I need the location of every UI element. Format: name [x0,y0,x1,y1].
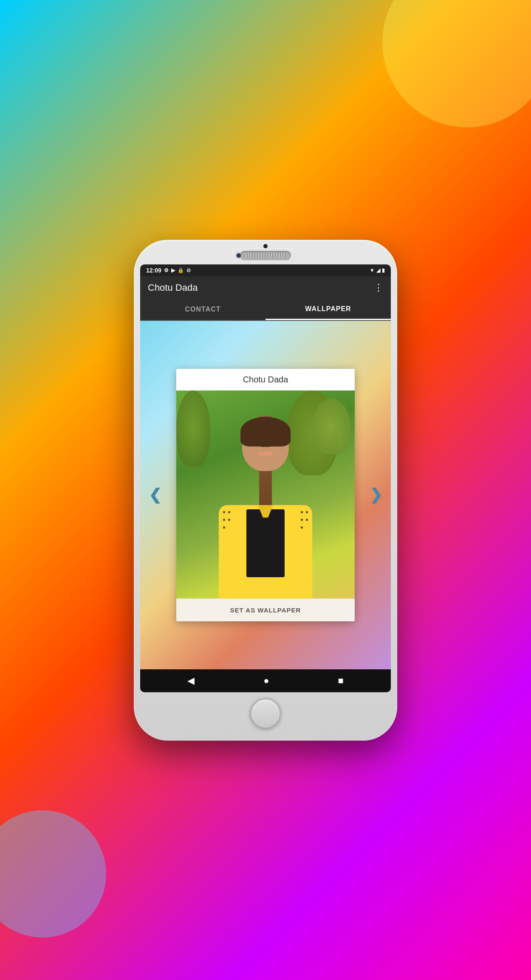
card-image: ★ ★★ ★★ ★ ★★ ★★ [176,390,355,598]
status-time: 12:09 [146,267,161,274]
status-bar: 12:09 ⚙ ▶ 🔒 ⊙ ▼ ◢ ▮ [140,264,391,276]
phone-screen: 12:09 ⚙ ▶ 🔒 ⊙ ▼ ◢ ▮ Chotu Dada ⋮ CONTACT [140,264,391,692]
settings-status-icon: ⚙ [164,267,169,273]
sync-status-icon: ⊙ [186,267,191,273]
speaker [240,251,291,260]
wallpaper-card: Chotu Dada [176,369,355,621]
home-button[interactable]: ● [263,675,269,686]
phone-top-bar [140,247,391,264]
app-bar: Chotu Dada ⋮ [140,276,391,299]
lock-status-icon: 🔒 [178,267,184,273]
person-illustration: ★ ★★ ★★ ★ ★★ ★★ [206,420,325,598]
tab-bar: CONTACT WALLPAPER [140,299,391,321]
next-arrow[interactable]: ❯ [370,486,382,504]
front-camera [236,253,242,258]
more-options-icon[interactable]: ⋮ [374,282,383,293]
back-button[interactable]: ◀ [187,675,195,686]
battery-icon: ▮ [382,267,385,273]
phone-frame: 12:09 ⚙ ▶ 🔒 ⊙ ▼ ◢ ▮ Chotu Dada ⋮ CONTACT [134,240,397,741]
signal-icon: ◢ [376,267,380,273]
bottom-nav-bar: ◀ ● ■ [140,669,391,692]
status-left: 12:09 ⚙ ▶ 🔒 ⊙ [146,267,191,274]
play-status-icon: ▶ [171,267,175,273]
speaker-grid [244,253,287,258]
tab-contact[interactable]: CONTACT [140,300,266,319]
tab-wallpaper[interactable]: WALLPAPER [266,299,391,320]
status-right: ▼ ◢ ▮ [370,267,385,273]
card-title: Chotu Dada [176,369,355,390]
prev-arrow[interactable]: ❮ [149,486,161,504]
app-title: Chotu Dada [148,282,198,293]
physical-home-button[interactable] [250,698,281,729]
content-area: ❮ Chotu Dada [140,321,391,669]
home-button-area [140,692,391,733]
set-wallpaper-button[interactable]: SET AS WALLPAPER [176,598,355,621]
recents-button[interactable]: ■ [338,675,344,686]
wifi-icon: ▼ [370,267,375,273]
